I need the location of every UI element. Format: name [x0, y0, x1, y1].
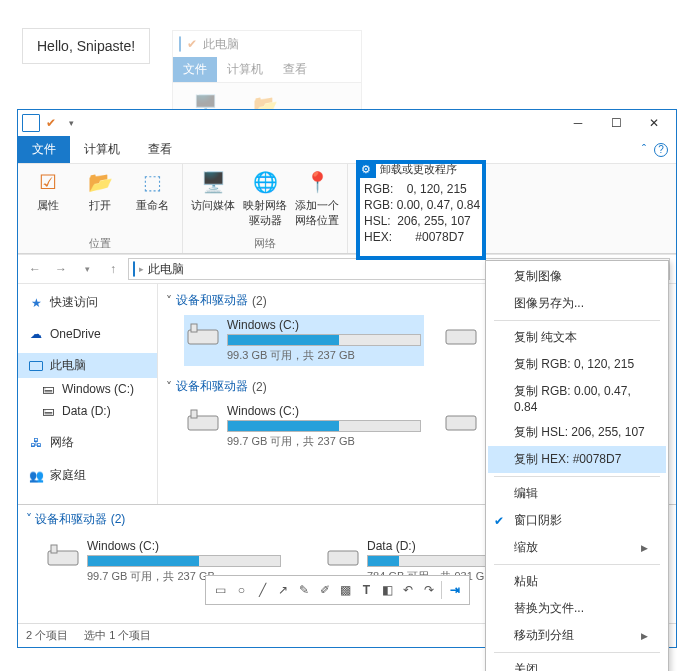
nav-quick-access[interactable]: ★快速访问 [18, 290, 157, 315]
qat-check-icon[interactable]: ✔ [42, 114, 60, 132]
tab-view[interactable]: 查看 [134, 136, 186, 163]
gear-icon: ⚙ [356, 160, 376, 178]
minimize-button[interactable]: ─ [560, 112, 596, 134]
menu-paste[interactable]: 粘贴 [488, 568, 666, 595]
window-title: 此电脑 [203, 36, 239, 53]
tool-rectangle[interactable]: ▭ [212, 581, 229, 599]
menu-copy-image[interactable]: 复制图像 [488, 263, 666, 290]
menu-copy-rgb-int[interactable]: 复制 RGB: 0, 120, 215 [488, 351, 666, 378]
tool-redo[interactable]: ↷ [420, 581, 437, 599]
close-button[interactable]: ✕ [636, 112, 672, 134]
ribbon-properties[interactable]: ☑属性 [26, 168, 70, 234]
nav-drive-c[interactable]: 🖴Windows (C:) [18, 378, 157, 400]
pc-icon [179, 37, 181, 51]
nav-back-button[interactable]: ← [24, 258, 46, 280]
ribbon: ☑属性 📂打开 ⬚重命名 位置 🖥️访问媒体 🌐映射网络 驱动器 📍添加一个 网… [18, 164, 676, 254]
tab-computer[interactable]: 计算机 [70, 136, 134, 163]
drive-c-2[interactable]: Windows (C:) 99.7 GB 可用，共 237 GB [184, 401, 424, 452]
menu-close[interactable]: 关闭 [488, 656, 666, 671]
help-icon[interactable]: ? [654, 143, 668, 157]
ribbon-tabs: 文件 计算机 查看 ˆ ? [18, 136, 676, 164]
tool-marker[interactable]: ✐ [316, 581, 333, 599]
snipaste-tooltip: Hello, Snipaste! [22, 28, 150, 64]
menu-copy-hex[interactable]: 复制 HEX: #0078D7 [488, 446, 666, 473]
tool-text[interactable]: T [358, 581, 375, 599]
homegroup-icon: 👥 [28, 469, 44, 483]
nav-homegroup[interactable]: 👥家庭组 [18, 463, 157, 488]
nav-onedrive[interactable]: ☁OneDrive [18, 323, 157, 345]
ribbon-rename[interactable]: ⬚重命名 [130, 168, 174, 234]
menu-edit[interactable]: 编辑 [488, 480, 666, 507]
tab-file[interactable]: 文件 [18, 136, 70, 163]
nav-forward-button[interactable]: → [50, 258, 72, 280]
tool-pencil[interactable]: ✎ [295, 581, 312, 599]
ribbon-open[interactable]: 📂打开 [78, 168, 122, 234]
status-selected: 选中 1 个项目 [84, 628, 151, 643]
drive-stats: 99.3 GB 可用，共 237 GB [227, 348, 421, 363]
breadcrumb-root[interactable]: 此电脑 [148, 261, 184, 278]
ribbon-media[interactable]: 🖥️访问媒体 [191, 168, 235, 234]
network-icon: 🖧 [28, 436, 44, 450]
chevron-right-icon: ▶ [641, 631, 648, 641]
annotation-toolbar: ▭ ○ ╱ ↗ ✎ ✐ ▩ T ◧ ↶ ↷ ⇥ [205, 575, 470, 605]
drive-name: Windows (C:) [227, 404, 421, 418]
menu-save-image[interactable]: 图像另存为... [488, 290, 666, 317]
tool-eraser[interactable]: ◧ [379, 581, 396, 599]
chevron-down-icon: ˅ [166, 380, 172, 394]
svg-rect-5 [446, 416, 476, 430]
pc-icon [133, 262, 135, 276]
programs-title: 卸载或更改程序 [380, 162, 457, 177]
svg-rect-2 [446, 330, 476, 344]
ribbon-collapse-icon[interactable]: ˆ [642, 143, 646, 157]
menu-copy-text[interactable]: 复制 纯文本 [488, 324, 666, 351]
svg-rect-1 [191, 324, 197, 332]
nav-up-button[interactable]: ↑ [102, 258, 124, 280]
drive-c[interactable]: Windows (C:) 99.3 GB 可用，共 237 GB [184, 315, 424, 366]
tool-line[interactable]: ╱ [254, 581, 271, 599]
qat-dropdown-icon[interactable]: ▾ [62, 114, 80, 132]
menu-copy-hsl[interactable]: 复制 HSL: 206, 255, 107 [488, 419, 666, 446]
maximize-button[interactable]: ☐ [598, 112, 634, 134]
tab-file[interactable]: 文件 [173, 57, 217, 82]
chevron-down-icon: ˅ [26, 512, 32, 526]
disk-icon [47, 539, 79, 571]
menu-move-group[interactable]: 移动到分组▶ [488, 622, 666, 649]
check-icon: ✔ [187, 37, 197, 51]
disk-icon [187, 318, 219, 350]
tool-pin[interactable]: ⇥ [446, 581, 463, 599]
rgb-float-line: RGB: 0.00, 0.47, 0.84 [364, 198, 478, 212]
tool-undo[interactable]: ↶ [400, 581, 417, 599]
check-icon: ✔ [494, 514, 504, 528]
disk-icon: 🖴 [40, 382, 56, 396]
nav-this-pc[interactable]: 此电脑 [18, 353, 157, 378]
capacity-bar [227, 334, 421, 346]
map-network-icon: 🌐 [251, 168, 279, 196]
ribbon-group-location: 位置 [26, 234, 174, 251]
tool-ellipse[interactable]: ○ [233, 581, 250, 599]
svg-rect-7 [51, 545, 57, 553]
tab-view[interactable]: 查看 [273, 57, 317, 82]
drive-name: Windows (C:) [227, 318, 421, 332]
ribbon-add-location[interactable]: 📍添加一个 网络位置 [295, 168, 339, 234]
drive-d-clipped[interactable]: D 7 [442, 315, 482, 366]
disk-icon [187, 404, 219, 436]
menu-copy-rgb-float[interactable]: 复制 RGB: 0.00, 0.47, 0.84 [488, 378, 666, 419]
disk-icon: 🖴 [40, 404, 56, 418]
menu-zoom[interactable]: 缩放▶ [488, 534, 666, 561]
properties-icon: ☑ [34, 168, 62, 196]
drive-d-2-clipped[interactable]: D 78 [442, 401, 482, 452]
ribbon-group-network: 网络 [191, 234, 339, 251]
tool-mosaic[interactable]: ▩ [337, 581, 354, 599]
menu-window-shadow[interactable]: ✔窗口阴影 [488, 507, 666, 534]
star-icon: ★ [28, 296, 44, 310]
tab-computer[interactable]: 计算机 [217, 57, 273, 82]
nav-network[interactable]: 🖧网络 [18, 430, 157, 455]
nav-history-dropdown[interactable]: ▾ [76, 258, 98, 280]
menu-replace-file[interactable]: 替换为文件... [488, 595, 666, 622]
rename-icon: ⬚ [138, 168, 166, 196]
nav-drive-d[interactable]: 🖴Data (D:) [18, 400, 157, 422]
title-bar: ✔ ▾ ─ ☐ ✕ [18, 110, 676, 136]
ribbon-map-network[interactable]: 🌐映射网络 驱动器 [243, 168, 287, 234]
svg-rect-4 [191, 410, 197, 418]
tool-arrow[interactable]: ↗ [275, 581, 292, 599]
